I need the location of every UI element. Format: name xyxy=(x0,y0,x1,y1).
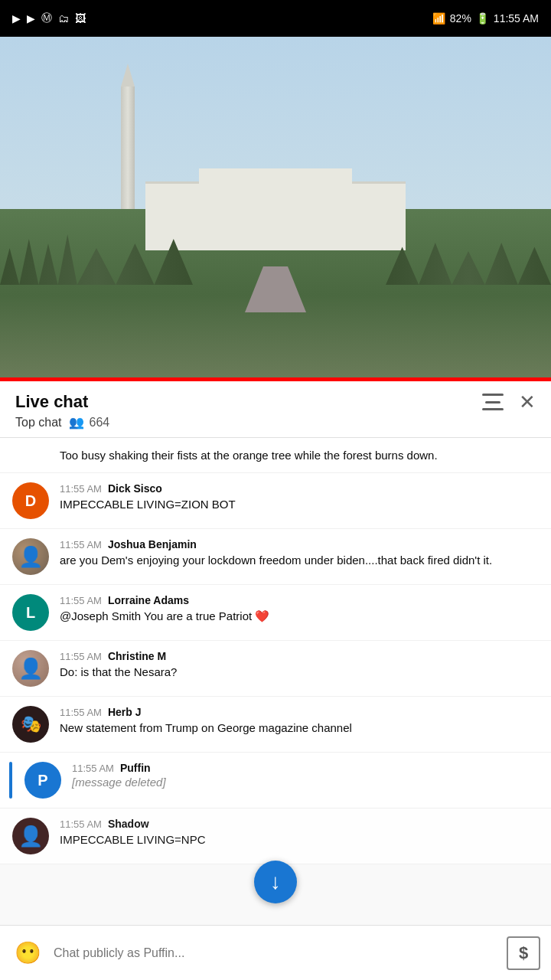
chat-header: Live chat ✕ Top chat 👥 664 xyxy=(0,381,551,438)
message-meta: 11:55 AM Herb J xyxy=(60,706,539,718)
super-chat-button[interactable]: $ xyxy=(507,936,540,970)
emoji-icon: 😶 xyxy=(15,940,41,965)
message-author: Lorraine Adams xyxy=(108,594,189,606)
app-icon-4: 🗂 xyxy=(58,12,69,24)
avatar: D xyxy=(12,482,49,519)
video-player[interactable] xyxy=(0,37,551,381)
chat-message: 👤 11:55 AM Shadow IMPECCABLE LIVING=NPC xyxy=(0,808,551,864)
chat-message: D 11:55 AM Dick Sisco IMPECCABLE LIVING=… xyxy=(0,473,551,529)
chat-message: L 11:55 AM Lorraine Adams @Joseph Smith … xyxy=(0,585,551,641)
active-message-indicator xyxy=(9,762,12,799)
partial-text: Too busy shaking their fists at the oran… xyxy=(60,449,438,462)
battery-text: 82% xyxy=(450,12,471,24)
message-meta: 11:55 AM Lorraine Adams xyxy=(60,594,539,606)
message-deleted-text: [message deleted] xyxy=(72,776,166,789)
viewer-number: 664 xyxy=(89,416,109,430)
message-body: 11:55 AM Joshua Benjamin are you Dem's e… xyxy=(60,538,539,568)
status-bar: ▶ ▶ Ⓜ 🗂 🖼 📶 82% 🔋 11:55 AM xyxy=(0,0,551,37)
status-icons: ▶ ▶ Ⓜ 🗂 🖼 xyxy=(12,11,86,25)
message-meta: 11:55 AM Puffin xyxy=(72,762,539,774)
message-body: 11:55 AM Puffin [message deleted] xyxy=(72,762,539,789)
message-body: 11:55 AM Herb J New statement from Trump… xyxy=(60,706,539,736)
message-body: 11:55 AM Dick Sisco IMPECCABLE LIVING=ZI… xyxy=(60,482,539,512)
message-time: 11:55 AM xyxy=(60,651,102,662)
avatar: 🎭 xyxy=(12,706,49,743)
avatar: 👤 xyxy=(12,538,49,575)
clock: 11:55 AM xyxy=(494,12,539,24)
message-text: IMPECCABLE LIVING=ZION BOT xyxy=(60,498,236,511)
message-meta: 11:55 AM Christine M xyxy=(60,650,539,662)
building-visual xyxy=(145,181,406,250)
message-meta: 11:55 AM Dick Sisco xyxy=(60,482,539,495)
avatar-letter: D xyxy=(25,492,36,510)
status-info: 📶 82% 🔋 11:55 AM xyxy=(432,12,539,24)
app-icon-5: 🖼 xyxy=(75,12,86,24)
battery-icon: 🔋 xyxy=(476,12,489,24)
app-icon-3: Ⓜ xyxy=(41,11,52,25)
app-icon-youtube: ▶ xyxy=(12,12,21,24)
message-body: 11:55 AM Christine M Do: is that the Nes… xyxy=(60,650,539,680)
wifi-icon: 📶 xyxy=(432,12,445,24)
chat-controls: ✕ xyxy=(482,392,536,412)
scroll-down-icon: ↓ xyxy=(270,871,281,893)
message-author: Puffin xyxy=(120,762,151,774)
message-body: 11:55 AM Shadow IMPECCABLE LIVING=NPC xyxy=(60,818,539,848)
video-progress-bar xyxy=(0,377,551,381)
message-text: New statement from Trump on George magaz… xyxy=(60,721,352,734)
emoji-button[interactable]: 😶 xyxy=(11,936,44,970)
monument-visual xyxy=(121,87,135,209)
chat-message: 👤 11:55 AM Christine M Do: is that the N… xyxy=(0,641,551,697)
chat-message: 🎭 11:55 AM Herb J New statement from Tru… xyxy=(0,697,551,753)
message-time: 11:55 AM xyxy=(60,818,102,830)
partial-top-message: Too busy shaking their fists at the oran… xyxy=(0,438,551,473)
message-author: Joshua Benjamin xyxy=(108,538,197,550)
message-author: Dick Sisco xyxy=(108,482,162,495)
message-text: @Joseph Smith You are a true Patriot ❤️ xyxy=(60,609,269,622)
avatar-letter: L xyxy=(26,604,35,622)
message-author: Herb J xyxy=(108,706,142,718)
avatar: 👤 xyxy=(12,650,49,687)
message-author: Christine M xyxy=(108,650,166,662)
message-text: Do: is that the Nesara? xyxy=(60,665,177,678)
chat-input-bar: 😶 $ xyxy=(0,925,551,980)
message-time: 11:55 AM xyxy=(60,707,102,718)
avatar: P xyxy=(24,762,61,799)
chat-title: Live chat xyxy=(15,392,88,412)
app-icon-2: ▶ xyxy=(27,12,35,24)
message-time: 11:55 AM xyxy=(60,539,102,550)
avatar: 👤 xyxy=(12,818,49,854)
avatar: L xyxy=(12,594,49,631)
message-body: 11:55 AM Lorraine Adams @Joseph Smith Yo… xyxy=(60,594,539,624)
close-button[interactable]: ✕ xyxy=(519,392,536,412)
chat-subtitle: Top chat 👥 664 xyxy=(15,415,536,430)
scroll-down-button[interactable]: ↓ xyxy=(254,861,297,903)
viewer-count: 👥 664 xyxy=(69,415,109,430)
chat-message: P 11:55 AM Puffin [message deleted] xyxy=(0,753,551,808)
message-author: Shadow xyxy=(108,818,149,830)
message-meta: 11:55 AM Joshua Benjamin xyxy=(60,538,539,550)
message-time: 11:55 AM xyxy=(72,763,114,774)
top-chat-label: Top chat xyxy=(15,416,61,430)
chat-input-field[interactable] xyxy=(54,936,497,970)
message-text: IMPECCABLE LIVING=NPC xyxy=(60,833,205,846)
currency-icon: $ xyxy=(519,943,528,963)
people-icon: 👥 xyxy=(69,415,84,430)
message-time: 11:55 AM xyxy=(60,483,102,495)
chat-messages-container: Too busy shaking their fists at the oran… xyxy=(0,438,551,926)
message-text: are you Dem's enjoying your lockdown fre… xyxy=(60,554,492,567)
avatar-letter: P xyxy=(37,772,47,789)
chat-message: 👤 11:55 AM Joshua Benjamin are you Dem's… xyxy=(0,529,551,585)
message-time: 11:55 AM xyxy=(60,595,102,606)
filter-button[interactable] xyxy=(482,394,504,410)
message-meta: 11:55 AM Shadow xyxy=(60,818,539,830)
